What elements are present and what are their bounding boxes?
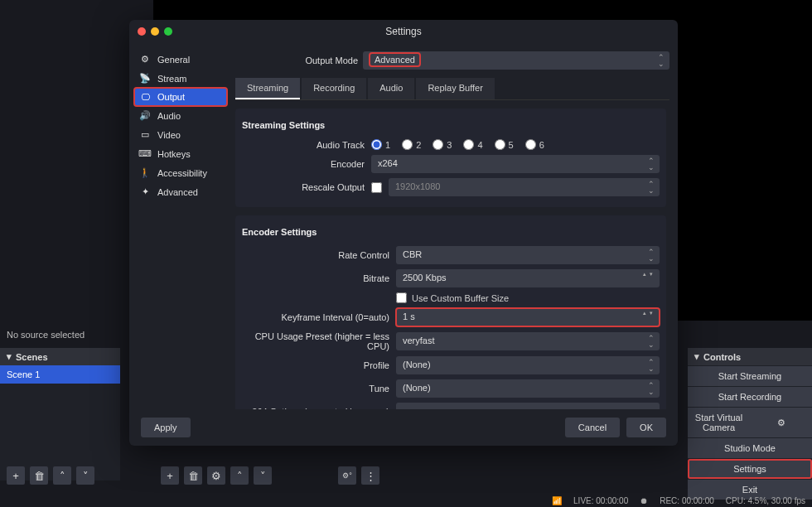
cancel-button[interactable]: Cancel (565, 418, 620, 437)
vcam-settings-button[interactable]: ⚙ (750, 408, 812, 437)
scenes-header: ▾ Scenes (0, 348, 120, 365)
transition-properties-button[interactable]: ⚙° (338, 466, 356, 485)
encoder-select[interactable]: x264 (371, 155, 660, 173)
sidebar-item-label: Accessibility (157, 168, 207, 178)
start-recording-button[interactable]: Start Recording (688, 387, 812, 407)
source-up-button[interactable]: ˄ (230, 466, 249, 485)
keyframe-label: Keyframe Interval (0=auto) (242, 312, 389, 322)
tab-audio[interactable]: Audio (368, 78, 414, 99)
audio-track-3[interactable]: 3 (433, 139, 452, 150)
controls-header-label: Controls (703, 352, 741, 362)
source-down-button[interactable]: ˅ (254, 466, 272, 485)
status-bar: 📶 LIVE: 00:00:00 ⏺ REC: 00:00:00 CPU: 4.… (552, 496, 805, 505)
output-tabs: Streaming Recording Audio Replay Buffer (235, 78, 669, 100)
scenes-panel: ▾ Scenes Scene 1 (0, 348, 120, 480)
studio-mode-button[interactable]: Studio Mode (688, 438, 812, 458)
sidebar-item-video[interactable]: ▭Video (129, 125, 232, 144)
rec-status: REC: 00:00:00 (660, 496, 714, 505)
tab-replay-buffer[interactable]: Replay Buffer (416, 78, 494, 99)
sidebar-item-label: Output (157, 92, 185, 102)
scenes-header-label: Scenes (16, 352, 48, 362)
remove-scene-button[interactable]: 🗑 (30, 466, 48, 485)
tab-streaming[interactable]: Streaming (235, 78, 300, 99)
add-source-button[interactable]: + (161, 466, 179, 485)
add-scene-button[interactable]: + (7, 466, 25, 485)
output-mode-select[interactable]: Advanced (363, 51, 669, 70)
start-streaming-button[interactable]: Start Streaming (688, 366, 812, 386)
trash-icon: 🗑 (34, 470, 45, 482)
streaming-settings-title: Streaming Settings (242, 117, 660, 137)
scene-down-button[interactable]: ˅ (76, 466, 94, 485)
audio-track-5[interactable]: 5 (495, 139, 514, 150)
chevron-down-icon: ▾ (7, 351, 12, 362)
dialog-title: Settings (129, 26, 678, 37)
ok-button[interactable]: OK (626, 418, 666, 437)
gear-icon: ⚙ (139, 54, 151, 65)
audio-track-1[interactable]: 1 (371, 139, 390, 150)
sidebar-item-general[interactable]: ⚙General (129, 50, 232, 69)
settings-sidebar: ⚙General 📡Stream 🖵Output 🔊Audio ▭Video ⌨… (129, 43, 232, 409)
scene-item[interactable]: Scene 1 (0, 365, 120, 384)
source-properties-button[interactable]: ⚙ (207, 466, 225, 485)
tune-select[interactable]: (None) (396, 379, 660, 398)
sidebar-item-label: Audio (157, 111, 181, 121)
trash-icon: 🗑 (188, 470, 199, 482)
sidebar-item-label: Video (157, 130, 181, 140)
antenna-icon: 📡 (139, 73, 151, 84)
controls-header: ▾ Controls (688, 348, 812, 365)
keyboard-icon: ⌨ (139, 148, 151, 159)
audio-track-group: 1 2 3 4 5 6 (371, 139, 660, 150)
person-icon: 🚶 (139, 167, 151, 178)
cpu-preset-label: CPU Usage Preset (higher = less CPU) (242, 331, 389, 351)
audio-track-2[interactable]: 2 (402, 139, 421, 150)
start-virtual-camera-button[interactable]: Start Virtual Camera (688, 408, 750, 437)
sidebar-item-label: Stream (157, 74, 186, 84)
remove-source-button[interactable]: 🗑 (184, 466, 202, 485)
cpu-status: CPU: 4.5%, 30.00 fps (726, 496, 805, 505)
profile-label: Profile (242, 360, 389, 370)
speaker-icon: 🔊 (139, 110, 151, 121)
rescale-checkbox[interactable] (371, 182, 382, 193)
cpu-preset-select[interactable]: veryfast (396, 332, 660, 350)
plus-icon: + (167, 470, 173, 482)
audio-track-6[interactable]: 6 (525, 139, 544, 150)
rescale-select[interactable]: 1920x1080 (389, 178, 660, 196)
rate-control-label: Rate Control (242, 250, 389, 260)
x264-options-input[interactable] (396, 403, 660, 409)
custom-buffer-checkbox[interactable] (396, 292, 407, 303)
apply-button[interactable]: Apply (141, 418, 191, 437)
gear-icon: ⚙° (342, 471, 352, 480)
sidebar-item-advanced[interactable]: ✦Advanced (129, 182, 232, 201)
audio-track-4[interactable]: 4 (463, 139, 482, 150)
bitrate-label: Bitrate (242, 273, 389, 283)
profile-select[interactable]: (None) (396, 356, 660, 374)
chevron-down-icon: ˅ (83, 470, 89, 482)
keyframe-input[interactable]: 1 s (396, 308, 660, 326)
rescale-label: Rescale Output (242, 182, 365, 192)
sidebar-item-stream[interactable]: 📡Stream (129, 69, 232, 88)
network-icon: 📶 (552, 496, 562, 505)
plus-icon: + (12, 470, 19, 482)
sidebar-item-hotkeys[interactable]: ⌨Hotkeys (129, 144, 232, 163)
rate-control-select[interactable]: CBR (396, 246, 660, 264)
chevron-up-icon: ˄ (237, 470, 243, 482)
audio-track-label: Audio Track (242, 140, 365, 150)
transition-menu-button[interactable]: ⋮ (361, 466, 379, 485)
scene-up-button[interactable]: ˄ (53, 466, 71, 485)
sidebar-item-accessibility[interactable]: 🚶Accessibility (129, 163, 232, 182)
chevron-down-icon: ˅ (260, 470, 266, 482)
tools-icon: ✦ (139, 186, 151, 197)
tab-recording[interactable]: Recording (302, 78, 366, 99)
output-mode-value: Advanced (370, 53, 420, 66)
gear-icon: ⚙ (211, 470, 221, 482)
output-mode-label: Output Mode (235, 56, 358, 65)
live-status: LIVE: 00:00:00 (573, 496, 628, 505)
bottom-toolbar: + 🗑 ˄ ˅ + 🗑 ⚙ ˄ ˅ ⚙° ⋮ (0, 464, 812, 487)
display-icon: ▭ (139, 129, 151, 140)
bitrate-input[interactable]: 2500 Kbps (396, 269, 660, 287)
more-icon: ⋮ (365, 470, 376, 482)
sidebar-item-output[interactable]: 🖵Output (134, 88, 227, 106)
sidebar-item-audio[interactable]: 🔊Audio (129, 106, 232, 125)
chevron-down-icon: ▾ (694, 351, 699, 362)
record-icon: ⏺ (640, 496, 648, 505)
